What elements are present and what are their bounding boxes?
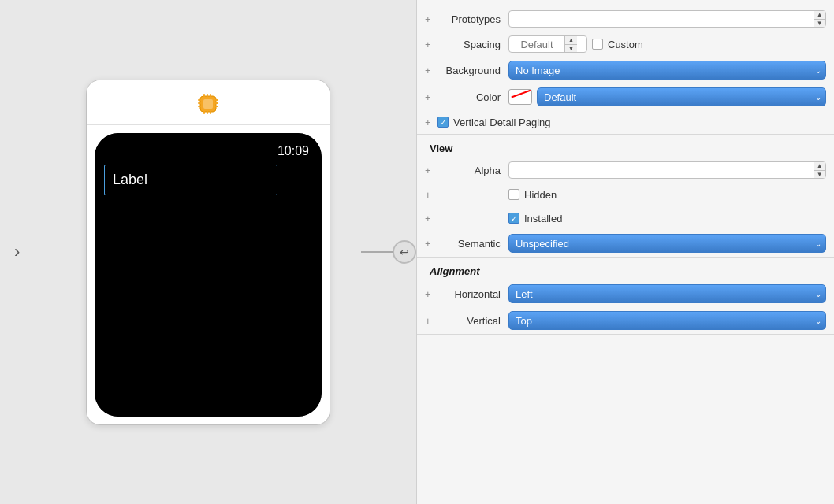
svg-rect-9 — [198, 102, 201, 104]
svg-rect-6 — [207, 111, 208, 114]
installed-row: + Installed — [417, 206, 834, 230]
spacing-stepper-up[interactable]: ▲ — [565, 36, 577, 45]
horizontal-select[interactable]: Left Center Right — [508, 284, 826, 303]
svg-rect-10 — [198, 106, 201, 107]
hidden-checkbox[interactable] — [508, 189, 519, 200]
hidden-checkbox-label: Hidden — [524, 189, 557, 201]
canvas-arrow-icon: › — [14, 242, 20, 262]
prototypes-label: Prototypes — [437, 13, 508, 25]
color-select-wrapper[interactable]: Default ⌄ — [537, 87, 826, 106]
vertical-select-wrapper[interactable]: Top Center Bottom ⌄ — [508, 311, 826, 330]
watch-screen: 10:09 Label — [95, 133, 322, 417]
installed-checkbox-label: Installed — [524, 213, 562, 224]
color-select[interactable]: Default — [537, 87, 826, 106]
alignment-section-title: Alignment — [417, 258, 834, 280]
spacing-row: + Spacing ▲ ▼ Custom — [417, 32, 834, 57]
color-row: + Color Default ⌄ — [417, 83, 834, 110]
svg-rect-12 — [215, 102, 218, 104]
alpha-stepper-down[interactable]: ▼ — [814, 171, 825, 179]
horizontal-plus[interactable]: + — [425, 288, 437, 300]
prototypes-input-stepper[interactable]: 1 ▲ ▼ — [508, 10, 826, 28]
custom-label: Custom — [608, 39, 643, 50]
custom-checkbox[interactable] — [592, 39, 603, 50]
vdp-checkbox[interactable] — [437, 117, 449, 128]
svg-rect-4 — [210, 94, 211, 97]
alpha-plus[interactable]: + — [425, 165, 437, 176]
vdp-checkbox-label: Vertical Detail Paging — [453, 117, 551, 128]
top-section: + Prototypes 1 ▲ ▼ + Spacing — [417, 0, 834, 135]
connector-node[interactable]: ↩ — [393, 240, 416, 264]
spacing-input-wrapper[interactable]: ▲ ▼ — [508, 35, 587, 53]
svg-rect-7 — [210, 111, 211, 114]
svg-rect-2 — [203, 94, 205, 97]
alpha-row: + Alpha 1 ▲ ▼ — [417, 158, 834, 183]
vertical-plus[interactable]: + — [425, 315, 437, 327]
prototypes-stepper-down[interactable]: ▼ — [814, 20, 825, 28]
watch-screen-wrapper: 10:09 Label — [95, 133, 322, 417]
prototypes-plus[interactable]: + — [425, 13, 437, 25]
svg-rect-5 — [203, 111, 205, 114]
semantic-select[interactable]: Unspecified — [508, 234, 826, 253]
installed-plus[interactable]: + — [425, 213, 437, 224]
watch-frame: 10:09 Label — [86, 80, 330, 425]
hidden-row: + Hidden — [417, 183, 834, 206]
hidden-checkbox-wrapper: Hidden — [508, 189, 557, 201]
hidden-plus[interactable]: + — [425, 189, 437, 201]
view-section: View + Alpha 1 ▲ ▼ + Hi — [417, 135, 834, 258]
alpha-stepper-up[interactable]: ▲ — [814, 162, 825, 171]
prototypes-stepper-up[interactable]: ▲ — [814, 11, 825, 20]
prototypes-stepper-buttons: ▲ ▼ — [814, 11, 825, 27]
vertical-row: + Vertical Top Center Bottom ⌄ — [417, 307, 834, 334]
semantic-row: + Semantic Unspecified ⌄ — [417, 230, 834, 257]
alpha-stepper-buttons: ▲ ▼ — [814, 162, 825, 178]
background-select[interactable]: No Image — [508, 61, 826, 80]
right-panel: + Prototypes 1 ▲ ▼ + Spacing — [416, 0, 834, 504]
installed-checkbox[interactable] — [508, 213, 519, 224]
background-dropdown-wrapper[interactable]: No Image ⌄ — [508, 61, 826, 80]
alpha-input[interactable]: 1 — [509, 162, 814, 178]
watch-header — [87, 80, 330, 125]
horizontal-select-wrapper[interactable]: Left Center Right ⌄ — [508, 284, 826, 303]
horizontal-label: Horizontal — [437, 288, 508, 300]
spacing-input[interactable] — [509, 39, 564, 50]
connector-line — [361, 251, 393, 253]
spacing-stepper: ▲ ▼ — [564, 36, 577, 52]
spacing-stepper-down[interactable]: ▼ — [565, 45, 577, 53]
semantic-select-wrapper[interactable]: Unspecified ⌄ — [508, 234, 826, 253]
color-plus[interactable]: + — [425, 91, 437, 103]
color-label: Color — [437, 91, 508, 103]
color-swatch[interactable] — [508, 89, 532, 105]
prototypes-input[interactable]: 1 — [509, 11, 814, 27]
view-section-title: View — [417, 135, 834, 158]
semantic-label: Semantic — [437, 238, 508, 250]
svg-rect-3 — [207, 94, 208, 97]
custom-checkbox-wrapper: Custom — [592, 39, 643, 50]
alignment-section: Alignment + Horizontal Left Center Right… — [417, 258, 834, 335]
background-plus[interactable]: + — [425, 65, 437, 76]
background-row: + Background No Image ⌄ — [417, 57, 834, 83]
alpha-input-stepper[interactable]: 1 ▲ ▼ — [508, 161, 826, 179]
prototypes-row: + Prototypes 1 ▲ ▼ — [417, 6, 834, 32]
canvas-area: › — [0, 0, 416, 504]
chip-icon — [195, 91, 221, 117]
connector-group: ↩ — [361, 240, 416, 264]
vdp-plus[interactable]: + — [425, 117, 437, 128]
watch-container: 10:09 Label — [86, 80, 330, 425]
spacing-label: Spacing — [437, 39, 508, 50]
vdp-checkbox-wrapper: Vertical Detail Paging — [437, 117, 551, 128]
horizontal-row: + Horizontal Left Center Right ⌄ — [417, 280, 834, 307]
watch-time: 10:09 — [104, 143, 312, 158]
vertical-detail-paging-row: + Vertical Detail Paging — [417, 110, 834, 134]
spacing-plus[interactable]: + — [425, 39, 437, 50]
background-label: Background — [437, 65, 508, 76]
installed-checkbox-wrapper: Installed — [508, 213, 562, 224]
svg-rect-11 — [215, 99, 218, 101]
watch-label-box[interactable]: Label — [104, 165, 277, 195]
svg-rect-8 — [198, 99, 201, 101]
svg-rect-13 — [215, 106, 218, 107]
vertical-select[interactable]: Top Center Bottom — [508, 311, 826, 330]
alpha-label: Alpha — [437, 165, 508, 176]
svg-rect-1 — [203, 99, 213, 109]
vertical-label: Vertical — [437, 315, 508, 327]
semantic-plus[interactable]: + — [425, 238, 437, 250]
